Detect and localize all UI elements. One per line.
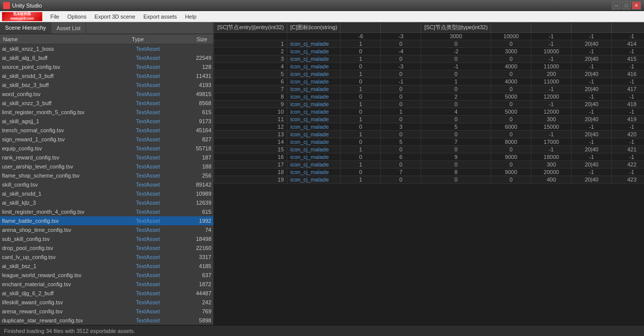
asset-row[interactable]: arena_reward_config.tsvTextAsset769: [0, 307, 213, 316]
asset-name: trench_normal_config.tsv: [2, 127, 136, 133]
asset-row[interactable]: equip_config.tsvTextAsset55718: [0, 144, 213, 153]
asset-row[interactable]: arena_shop_time_config.tsvTextAsset74: [0, 225, 213, 234]
table-cell: -1: [572, 48, 612, 55]
asset-row[interactable]: ai_skill_bsz_3_buffTextAsset4193: [0, 80, 213, 90]
table-cell: icon_cj_malade: [287, 70, 341, 78]
table-cell: 8: [214, 93, 287, 101]
asset-row[interactable]: user_airship_level_config.tsvTextAsset18…: [0, 162, 213, 171]
asset-row[interactable]: flame_shop_scheme_config.tsvTextAsset256: [0, 171, 213, 180]
table-cell: 1: [341, 55, 381, 63]
table-row[interactable]: 2icon_cj_malade0-4-2300010000-1-1-1-1-1: [214, 48, 645, 55]
table-cell: 10000: [531, 48, 572, 55]
table-cell: 300: [531, 161, 572, 169]
menu-options[interactable]: Options: [63, 12, 91, 22]
table-cell: 20|40: [572, 116, 612, 123]
minimize-button[interactable]: ─: [612, 2, 621, 10]
table-cell: icon_cj_malade: [287, 176, 341, 184]
asset-size: 615: [181, 209, 211, 215]
asset-row[interactable]: card_lv_up_config.tsvTextAsset3317: [0, 253, 213, 262]
asset-row[interactable]: rank_reward_config.tsvTextAsset187: [0, 153, 213, 162]
menu-help[interactable]: Help: [181, 12, 201, 22]
asset-size: 637: [181, 272, 211, 278]
table-cell: 5: [421, 123, 491, 131]
menu-file[interactable]: File: [46, 12, 63, 22]
asset-row[interactable]: limit_register_month_4_config.tsvTextAss…: [0, 207, 213, 216]
table-row[interactable]: 3icon_cj_malade1000-120|4041540|5542055|…: [214, 55, 645, 63]
asset-row[interactable]: ai_skill_alg_6_buffTextAsset22549: [0, 53, 213, 62]
asset-row[interactable]: lifeskill_award_config.tsvTextAsset242: [0, 298, 213, 307]
asset-size: 10989: [181, 191, 211, 197]
table-row[interactable]: 6icon_cj_malade0-11400011000-1-1-1-1-1: [214, 78, 645, 86]
table-row[interactable]: 17icon_cj_malade100030020|4042240|554275…: [214, 161, 645, 169]
table-cell: 9: [421, 153, 491, 161]
table-cell: 1: [341, 70, 381, 78]
asset-row[interactable]: league_world_reward_config.tsvTextAsset6…: [0, 271, 213, 280]
close-button[interactable]: ✕: [632, 2, 641, 10]
table-row[interactable]: 9icon_cj_malade1000-120|4041840|5542355|…: [214, 101, 645, 108]
table-row[interactable]: 15icon_cj_malade1000-120|4042140|5542655…: [214, 146, 645, 153]
asset-type: TextAsset: [136, 145, 181, 151]
tab-asset-list[interactable]: Asset List: [51, 22, 86, 34]
menu-export-3d[interactable]: Export 3D scene: [91, 12, 139, 22]
asset-name: ai_skill_agsjj_1: [2, 118, 136, 124]
table-row[interactable]: 13icon_cj_malade1000-120|4042040|5542555…: [214, 131, 645, 138]
asset-row[interactable]: skill_config.tsvTextAsset89142: [0, 180, 213, 189]
table-cell: 3000: [421, 33, 491, 40]
asset-row[interactable]: enchant_material_config.tsvTextAsset1872: [0, 280, 213, 289]
asset-row[interactable]: ai_skill_srsdd_3_buffTextAsset11431: [0, 71, 213, 80]
maximize-button[interactable]: □: [622, 2, 631, 10]
asset-size: 22549: [181, 55, 211, 61]
asset-row[interactable]: source_point_config.tsvTextAsset128: [0, 62, 213, 71]
table-cell: 0: [491, 86, 531, 93]
table-row[interactable]: 8icon_cj_malade002500012000-1-1-1-1-1: [214, 93, 645, 101]
table-cell: 4: [421, 108, 491, 116]
menu-export-assets[interactable]: Export assets: [139, 12, 181, 22]
asset-type: TextAsset: [136, 64, 181, 70]
table-row[interactable]: 12icon_cj_malade035600015000-1-1-1-1-1: [214, 123, 645, 131]
asset-size: 187: [181, 154, 211, 160]
asset-row[interactable]: ai_skill_xnzz_1_bossTextAsset: [0, 44, 213, 53]
asset-row[interactable]: flame_battle_config.tsvTextAsset1992: [0, 216, 213, 225]
table-cell: 422: [612, 161, 644, 169]
table-row[interactable]: 14icon_cj_malade057800017000-1-1-1-1-1: [214, 138, 645, 146]
table-row[interactable]: -6-3300010000-1-1-1-1-1-1: [214, 33, 645, 40]
asset-row[interactable]: word_config.tsvTextAsset49815: [0, 90, 213, 99]
col-header-entry: [SC]节点entry|||entry(int32): [214, 23, 287, 33]
asset-row[interactable]: ai_skill_srsdd_1TextAsset10989: [0, 189, 213, 198]
asset-row[interactable]: ai_skill_bsz_1TextAsset4185: [0, 262, 213, 271]
asset-row[interactable]: sign_reward_1_config.tsvTextAsset827: [0, 135, 213, 144]
col-header-6: [572, 23, 612, 33]
table-row[interactable]: 10icon_cj_malade014500012000-1-1-1-1-1: [214, 108, 645, 116]
table-cell: 2: [421, 93, 491, 101]
asset-row[interactable]: duplicate_star_reward_config.tsvTextAsse…: [0, 316, 213, 325]
tab-scene-hierarchy[interactable]: Scene Hierarchy: [0, 22, 51, 34]
table-cell: 20|40: [572, 86, 612, 93]
asset-row[interactable]: limit_register_month_5_config.tsvTextAss…: [0, 108, 213, 117]
asset-row[interactable]: ai_skill_djg_6_2_buffTextAsset44487: [0, 289, 213, 298]
asset-list[interactable]: ai_skill_xnzz_1_bossTextAssetai_skill_al…: [0, 44, 213, 336]
main-area: Scene Hierarchy Asset List Name Type Siz…: [0, 22, 644, 336]
asset-row[interactable]: ai_skill_kjlz_3TextAsset12639: [0, 198, 213, 207]
table-cell: 4000: [491, 78, 531, 86]
asset-row[interactable]: drop_pool_config.tsvTextAsset22160: [0, 243, 213, 253]
asset-size: 188: [181, 163, 211, 170]
table-row[interactable]: 1icon_cj_malade1000-120|4041440|5541955|…: [214, 40, 645, 48]
asset-name: duplicate_star_reward_config.tsv: [2, 317, 136, 323]
table-row[interactable]: 4icon_cj_malade0-3-1400011000-1-1-1-1-1: [214, 63, 645, 70]
asset-list-header: Name Type Size: [0, 34, 213, 44]
table-cell: 20|40: [572, 131, 612, 138]
table-row[interactable]: 7icon_cj_malade1000-120|4041740|5542255|…: [214, 86, 645, 93]
table-cell: -1: [531, 40, 572, 48]
table-row[interactable]: 16icon_cj_malade069900018000-1-1-1-1-1: [214, 153, 645, 161]
table-row[interactable]: 5icon_cj_malade100020020|4041640|5542155…: [214, 70, 645, 78]
asset-row[interactable]: trench_normal_config.tsvTextAsset45164: [0, 126, 213, 135]
asset-row[interactable]: ai_skill_xnzz_3_buffTextAsset8568: [0, 99, 213, 108]
asset-row[interactable]: ai_skill_agsjj_1TextAsset9173: [0, 117, 213, 126]
table-row[interactable]: 11icon_cj_malade100030020|4041940|554245…: [214, 116, 645, 123]
asset-type: TextAsset: [136, 73, 181, 79]
data-table-container[interactable]: [SC]节点entry|||entry(int32) [C]图标|icon(st…: [214, 22, 644, 328]
table-row[interactable]: 18icon_cj_malade078900020000-1-1-1-1-1: [214, 169, 645, 176]
asset-type: TextAsset: [136, 272, 181, 278]
table-row[interactable]: 19icon_cj_malade100040020|4042340|554285…: [214, 176, 645, 184]
asset-row[interactable]: sub_skill_config.tsvTextAsset18498: [0, 234, 213, 243]
